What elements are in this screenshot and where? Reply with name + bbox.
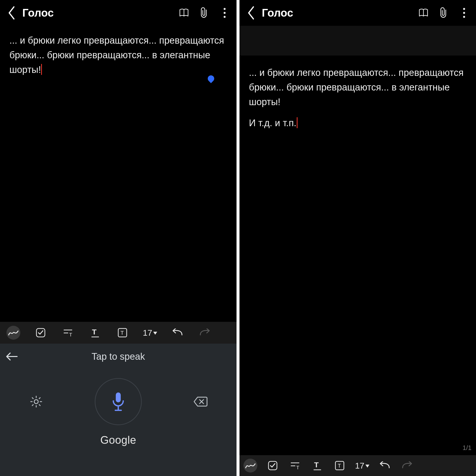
header: Голос (0, 0, 237, 26)
page-title: Голос (22, 7, 178, 19)
svg-text:T: T (314, 461, 319, 469)
note-text[interactable]: ... и брюки легко превращаются... превра… (9, 33, 227, 77)
text-box-icon[interactable]: T (116, 326, 129, 340)
note-body[interactable]: ... и брюки легко превращаются... превра… (0, 26, 237, 322)
format-toolbar: T T T 17 (0, 322, 237, 344)
text-style-icon[interactable]: T (310, 459, 324, 473)
attach-icon[interactable] (198, 7, 210, 19)
text-style-icon[interactable]: T (88, 326, 102, 340)
svg-point-0 (224, 8, 226, 10)
voice-back-button[interactable] (0, 345, 24, 368)
text-caret (41, 64, 42, 75)
voice-delete-icon[interactable] (191, 393, 209, 411)
handwriting-icon[interactable] (6, 326, 20, 340)
note-paragraph: И т.д. и т.п. (249, 118, 297, 128)
voice-settings-icon[interactable] (27, 393, 45, 411)
phone-left: Голос ... и брюки легко превращаются... … (0, 0, 237, 476)
header-actions (417, 7, 470, 19)
reader-mode-icon[interactable] (178, 7, 190, 19)
svg-text:T: T (338, 463, 341, 469)
handwriting-icon[interactable] (243, 459, 257, 473)
svg-text:T: T (120, 330, 124, 336)
page-indicator: 1/1 (463, 444, 472, 452)
note-text[interactable]: ... и брюки легко превращаются... превра… (249, 65, 467, 130)
voice-panel: Tap to speak Google (0, 344, 237, 476)
note-paragraph: ... и брюки легко превращаются... превра… (249, 65, 467, 109)
svg-text:T: T (92, 328, 96, 336)
text-format-icon[interactable]: T (288, 459, 302, 473)
microphone-button[interactable] (95, 378, 142, 425)
svg-point-11 (34, 400, 38, 404)
back-button[interactable] (3, 4, 21, 22)
svg-rect-12 (116, 392, 121, 402)
page-title: Голос (262, 7, 417, 19)
voice-brand-label: Google (0, 434, 237, 464)
font-size-selector[interactable]: 17 (355, 461, 369, 471)
svg-point-14 (463, 12, 465, 14)
header: Голос (239, 0, 476, 26)
svg-text:T: T (296, 465, 299, 470)
checkbox-icon[interactable] (34, 326, 48, 340)
undo-icon[interactable] (171, 326, 184, 340)
phone-right: Голос ... и брюки легко превращаются... … (239, 0, 476, 476)
format-toolbar: T T T 17 (239, 455, 476, 476)
header-actions (178, 7, 231, 19)
svg-point-2 (224, 16, 226, 18)
text-format-icon[interactable]: T (61, 326, 75, 340)
font-size-value: 17 (143, 328, 152, 338)
undo-icon[interactable] (378, 459, 392, 473)
more-icon[interactable] (458, 7, 470, 19)
title-spacer (239, 26, 476, 56)
svg-text:T: T (69, 332, 72, 337)
note-body[interactable]: ... и брюки легко превращаются... превра… (239, 26, 476, 455)
text-caret (297, 117, 298, 128)
back-button[interactable] (242, 4, 260, 22)
svg-point-1 (224, 12, 226, 14)
font-size-value: 17 (355, 461, 364, 471)
dropdown-triangle-icon (365, 465, 369, 468)
svg-point-13 (463, 8, 465, 10)
svg-point-15 (463, 16, 465, 18)
more-icon[interactable] (219, 7, 231, 19)
redo-icon[interactable] (198, 326, 212, 340)
reader-mode-icon[interactable] (417, 7, 429, 19)
dropdown-triangle-icon (153, 332, 157, 335)
checkbox-icon[interactable] (266, 459, 280, 473)
text-box-icon[interactable]: T (333, 459, 347, 473)
font-size-selector[interactable]: 17 (143, 328, 157, 338)
voice-prompt-label: Tap to speak (0, 351, 237, 362)
attach-icon[interactable] (438, 7, 450, 19)
redo-icon[interactable] (400, 459, 414, 473)
